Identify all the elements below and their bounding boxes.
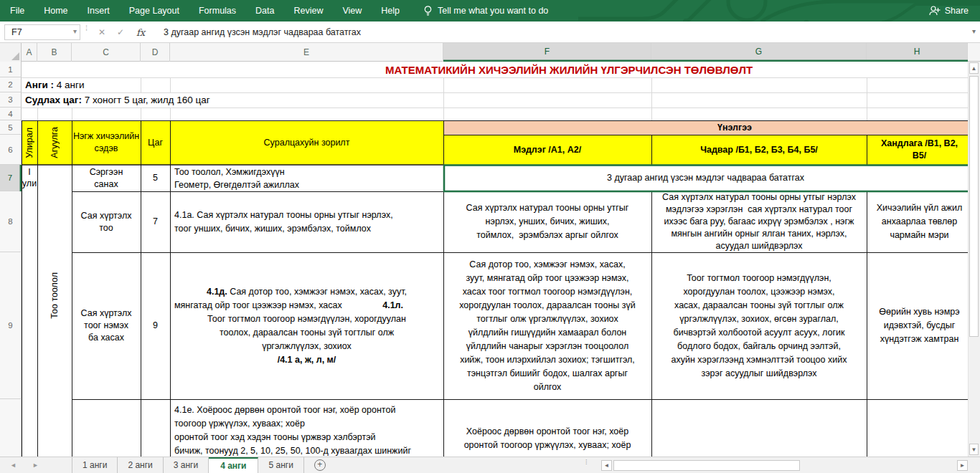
sheet-nav-left-icon[interactable]: ◄ <box>10 462 17 469</box>
name-box[interactable]: F7 ▾ <box>4 24 80 40</box>
header-cell-quarter[interactable]: Улирал <box>22 120 37 165</box>
sheet-tab-strip: ◄ ► 1 анги 2 анги 3 анги 4 анги 5 анги +… <box>0 457 980 473</box>
ribbon-tab-formulas[interactable]: Formulas <box>199 6 236 16</box>
column-header-g[interactable]: G <box>651 43 867 62</box>
row-header-9[interactable]: 9 <box>0 252 22 399</box>
cell-e9-line3: Тоог тогтмол тоогоор нэмэгдүүлэн, хорогд… <box>174 312 439 326</box>
cancel-icon[interactable]: ✕ <box>93 24 110 40</box>
formula-bar-splitter[interactable]: ⁞ <box>85 27 88 30</box>
class-value: 4 анги <box>57 80 85 90</box>
ribbon-tab-help[interactable]: Help <box>381 6 400 16</box>
sheet-tab-2-angi[interactable]: 2 анги <box>118 457 163 473</box>
ribbon-tab-page-layout[interactable]: Page Layout <box>129 6 179 16</box>
row-header-8[interactable]: 8 <box>0 191 22 252</box>
ribbon: File Home Insert Page Layout Formulas Da… <box>0 0 980 22</box>
sheet-nav-right-icon[interactable]: ► <box>32 462 39 469</box>
cell-d8-hours[interactable]: 7 <box>141 191 170 252</box>
ribbon-tab-file[interactable]: File <box>10 6 24 16</box>
cell-d9-hours[interactable]: 9 <box>141 252 170 399</box>
sheet-tab-4-angi-active[interactable]: 4 анги <box>209 457 258 473</box>
header-quarter-label: Улирал <box>23 128 37 158</box>
row-header-2[interactable]: 2 <box>0 77 22 92</box>
enter-icon[interactable]: ✓ <box>112 24 129 40</box>
name-box-dropdown-icon[interactable]: ▾ <box>73 27 77 35</box>
header-cell-content[interactable]: Агуулга <box>37 120 72 165</box>
cell-c9-unit[interactable]: Сая хүртэлх тоог нэмэх ба хасах <box>72 252 141 399</box>
cell-e7-objective[interactable]: Тоо тоолол, Хэмжигдэхүүн Геометр, Өгөгдө… <box>170 165 443 191</box>
column-header-b[interactable]: B <box>37 43 72 62</box>
cell-h8-attitude[interactable]: Хичээлийн үйл ажил анхаарлаа төвлөр чарм… <box>867 191 972 252</box>
cell-f10-knowledge[interactable]: Хоёроос дөрвөн оронтой тоог нэг, хоёр ор… <box>443 399 651 457</box>
column-header-d[interactable]: D <box>141 43 170 62</box>
header-skill-label: Чадвар /Б1, Б2, Б3, Б4, Б5/ <box>700 143 818 157</box>
hours-row-cell[interactable]: Судлах цаг: 7 хоногт 5 цаг, жилд 160 цаг <box>25 92 216 108</box>
ribbon-tab-review[interactable]: Review <box>293 6 323 16</box>
cell-a7-quarter[interactable]: I ули <box>22 165 37 191</box>
header-cell-skill[interactable]: Чадвар /Б1, Б2, Б3, Б4, Б5/ <box>651 135 867 165</box>
row-header-10[interactable] <box>0 399 22 457</box>
header-objective-label: Суралцахуйн зорилт <box>264 136 350 150</box>
scroll-right-icon[interactable]: ► <box>957 460 968 471</box>
scroll-down-icon[interactable]: ▼ <box>969 444 979 455</box>
row-header-4[interactable]: 4 <box>0 108 22 120</box>
scroll-up-icon[interactable]: ▲ <box>969 62 979 74</box>
tell-me-box[interactable]: Tell me what you want to do <box>423 4 548 17</box>
hscroll-splitter[interactable]: ⁞ <box>585 461 588 464</box>
column-header-h[interactable]: H <box>867 43 968 62</box>
class-row-cell[interactable]: Анги : 4 анги <box>25 77 90 92</box>
add-sheet-icon[interactable]: + <box>314 459 326 471</box>
row-header-3[interactable]: 3 <box>0 92 22 108</box>
header-cell-unit[interactable]: Нэгж хичээлийн сэдэв <box>72 120 141 165</box>
formula-bar-expand-icon[interactable]: ▾ <box>972 27 976 35</box>
header-cell-hours[interactable]: Цаг <box>141 120 170 165</box>
sheet-title-cell[interactable]: МАТЕМАТИКИЙН ХИЧЭЭЛИЙН ЖИЛИЙН ҮЛГЭРЧИЛСЭ… <box>170 62 968 77</box>
column-header-e[interactable]: E <box>170 43 443 62</box>
cell-b8-text: Тоо тоолол <box>48 272 62 319</box>
column-header-a[interactable]: A <box>22 43 37 62</box>
header-cell-objective[interactable]: Суралцахуйн зорилт <box>170 120 443 165</box>
insert-function-icon[interactable]: fx <box>132 24 149 40</box>
row-header-7[interactable]: 7 <box>0 165 22 191</box>
cell-e8-objective[interactable]: 4.1а. Сая хүртэлх натурал тооны орны утг… <box>170 191 443 252</box>
cell-b8-content[interactable]: Тоо тоолол <box>37 191 72 399</box>
cell-e9-objective[interactable]: 4.1д. Сая дотор тоо, хэмжээг нэмэх, хаса… <box>170 252 443 399</box>
ribbon-tab-home[interactable]: Home <box>44 6 67 16</box>
row-header-6[interactable]: 6 <box>0 135 22 165</box>
horizontal-scroll-thumb[interactable] <box>613 460 800 471</box>
cell-d8-text: 7 <box>153 215 158 229</box>
cell-f7-selected-merged[interactable]: 3 дугаар ангид үзсэн мэдлэг чадвараа бат… <box>443 165 968 191</box>
cell-f8-knowledge[interactable]: Сая хүртэлх натурал тооны орны утгыг нэр… <box>443 191 651 252</box>
ribbon-tab-view[interactable]: View <box>342 6 362 16</box>
cell-f9-knowledge[interactable]: Сая дотор тоо, хэмжээг нэмэх, хасах, зуу… <box>443 252 651 399</box>
share-button[interactable]: Share <box>928 0 969 22</box>
select-all-corner[interactable] <box>0 43 22 62</box>
cell-g8-skill[interactable]: Сая хүртэлх натурал тооны орны утгыг нэр… <box>651 191 867 252</box>
column-header-c[interactable]: C <box>72 43 141 62</box>
row-header-5[interactable]: 5 <box>0 120 22 135</box>
cell-e9-code2: 4.1л. <box>382 299 403 312</box>
cell-c8-unit[interactable]: Сая хүртэлх тоо <box>72 191 141 252</box>
name-box-value: F7 <box>11 27 22 37</box>
column-header-f[interactable]: F <box>443 43 651 62</box>
header-cell-attitude[interactable]: Хандлага /В1, В2, В5/ <box>867 135 972 165</box>
header-cell-knowledge[interactable]: Мэдлэг /А1, А2/ <box>443 135 651 165</box>
scroll-left-icon[interactable]: ◄ <box>601 460 612 471</box>
header-cell-assessment[interactable]: Үнэлгээ <box>443 120 980 135</box>
hours-label: Судлах цаг: <box>25 95 82 105</box>
row-header-1[interactable]: 1 <box>0 62 22 77</box>
ribbon-tab-data[interactable]: Data <box>255 6 274 16</box>
formula-input[interactable]: 3 дугаар ангид үзсэн мэдлэг чадвараа бат… <box>159 24 963 40</box>
cell-e9-line1: Сая дотор тоо, хэмжээг нэмэх, хасах, зуу… <box>227 287 407 297</box>
cell-d7-hours[interactable]: 5 <box>141 165 170 191</box>
ribbon-tab-insert[interactable]: Insert <box>88 6 110 16</box>
cell-e10-objective[interactable]: 4.1е. Хоёроос дөрвөн оронтой тоог нэг, х… <box>170 399 443 457</box>
sheet-tab-3-angi[interactable]: 3 анги <box>164 457 209 473</box>
cell-g9-skill[interactable]: Тоог тогтмол тоогоор нэмэгдүүлэн, хорогд… <box>651 252 867 399</box>
vertical-scroll-thumb[interactable] <box>969 76 979 337</box>
cell-h9-text: Өөрийн хувь нэмрэ идэвхтэй, бусдыг хүндэ… <box>879 305 959 346</box>
cell-h9-attitude[interactable]: Өөрийн хувь нэмрэ идэвхтэй, бусдыг хүндэ… <box>867 252 972 399</box>
vertical-scrollbar[interactable]: ▲ ▼ <box>968 62 980 457</box>
sheet-tab-5-angi[interactable]: 5 анги <box>258 457 303 473</box>
sheet-tab-1-angi[interactable]: 1 анги <box>72 457 118 473</box>
cell-c7-unit[interactable]: Сэргээн санах <box>72 165 141 191</box>
